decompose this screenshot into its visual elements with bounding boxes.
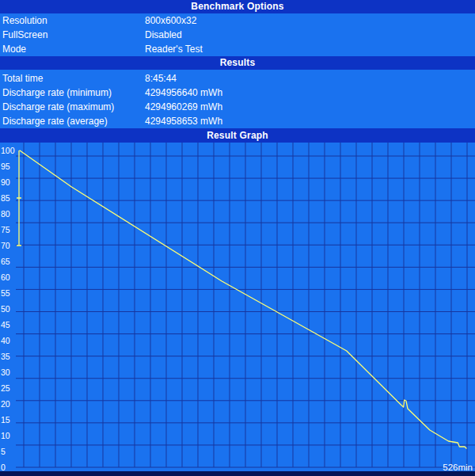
row-resolution: Resolution 800x600x32: [0, 13, 475, 28]
discharge-max-label: Discharge rate (maximum): [0, 100, 145, 114]
resolution-label: Resolution: [0, 13, 145, 28]
resolution-value: 800x600x32: [145, 13, 475, 28]
y-axis-tick-label: 55: [1, 288, 10, 298]
benchmark-options-header: Benchmark Options: [0, 0, 475, 13]
y-axis-tick-label: 45: [1, 320, 10, 329]
fullscreen-value: Disabled: [145, 28, 475, 42]
mode-value: Reader's Test: [145, 42, 475, 56]
y-axis-tick-label: 25: [1, 383, 10, 393]
discharge-avg-label: Discharge rate (average): [0, 114, 145, 128]
result-graph-area: 1009590858075706560555045403530252015105…: [0, 143, 475, 476]
discharge-min-value: 4294956640 mWh: [145, 86, 475, 100]
y-axis-tick-label: 30: [1, 367, 10, 377]
y-axis-tick-label: 100: [1, 146, 15, 155]
total-time-label: Total time: [0, 71, 145, 86]
row-mode: Mode Reader's Test: [0, 42, 475, 56]
discharge-min-label: Discharge rate (minimum): [0, 86, 145, 100]
y-axis-tick-label: 95: [1, 162, 10, 171]
result-graph-header-label: Result Graph: [207, 130, 268, 141]
row-discharge-min: Discharge rate (minimum) 4294956640 mWh: [0, 86, 475, 100]
results-header-label: Results: [220, 57, 256, 68]
y-axis-tick-label: 10: [1, 431, 10, 440]
benchmark-results-window: Benchmark Options Resolution 800x600x32 …: [0, 0, 475, 476]
row-discharge-avg: Discharge rate (average) 4294958653 mWh: [0, 114, 475, 128]
y-axis-tick-label: 35: [1, 352, 10, 361]
total-time-value: 8:45:44: [145, 71, 475, 86]
discharge-avg-value: 4294958653 mWh: [145, 114, 475, 128]
y-axis-tick-label: 85: [1, 193, 10, 203]
result-graph-header: Result Graph: [0, 128, 475, 143]
row-total-time: Total time 8:45:44: [0, 71, 475, 86]
results-section: Total time 8:45:44 Discharge rate (minim…: [0, 70, 475, 128]
results-header: Results: [0, 56, 475, 70]
y-axis-tick-label: 65: [1, 257, 10, 266]
y-axis-tick-label: 15: [1, 415, 10, 425]
y-axis-tick-label: 70: [1, 241, 10, 250]
y-axis-tick-label: 50: [1, 304, 10, 314]
benchmark-options-header-label: Benchmark Options: [191, 1, 283, 12]
y-axis-tick-label: 5: [1, 447, 6, 456]
y-axis-tick-label: 80: [1, 209, 10, 219]
result-graph-svg: 1009590858075706560555045403530252015105…: [0, 143, 475, 476]
row-fullscreen: FullScreen Disabled: [0, 28, 475, 42]
discharge-max-value: 4294960269 mWh: [145, 100, 475, 114]
mode-label: Mode: [0, 42, 145, 56]
y-axis-tick-label: 90: [1, 177, 10, 187]
benchmark-options-section: Resolution 800x600x32 FullScreen Disable…: [0, 13, 475, 56]
fullscreen-label: FullScreen: [0, 28, 145, 42]
y-axis-tick-label: 20: [1, 399, 10, 409]
y-axis-tick-label: 0: [1, 463, 6, 472]
y-axis-tick-label: 60: [1, 272, 10, 282]
x-end-time-label: 526min: [443, 463, 473, 472]
y-axis-tick-label: 75: [1, 225, 10, 234]
row-discharge-max: Discharge rate (maximum) 4294960269 mWh: [0, 100, 475, 114]
y-axis-tick-label: 40: [1, 336, 10, 345]
